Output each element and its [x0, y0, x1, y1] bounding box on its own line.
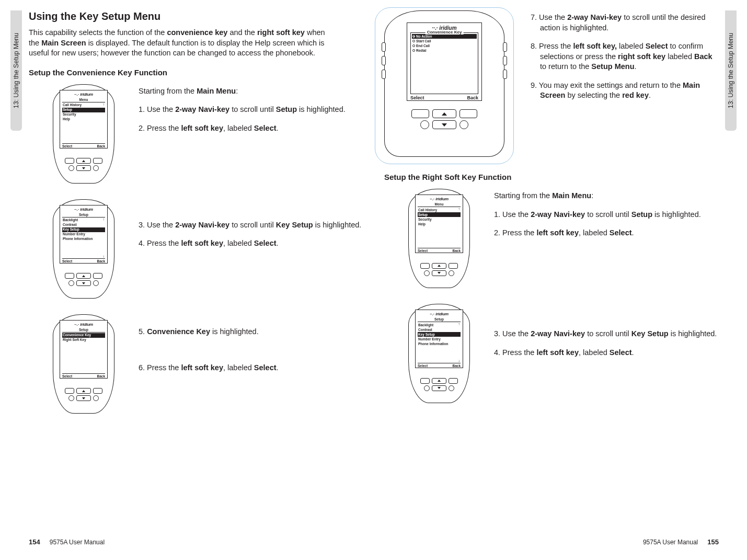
menu-item: Security — [62, 112, 105, 117]
scroll-up-icon: ↑ — [458, 322, 461, 326]
step-8: 8. Press the left soft key, labeled Sele… — [531, 41, 719, 72]
radio-option: End Call — [412, 43, 477, 48]
step-7: 7. Use the 2-way Navi-key to scroll unti… — [531, 13, 719, 33]
menu-item-selected: Key Setup — [418, 332, 461, 337]
step-1: 1. Use the 2-way Navi-key to scroll unti… — [139, 105, 363, 115]
scroll-up-icon: ↑ — [103, 218, 105, 221]
step-2: 2. Press the left soft key, labeled Sele… — [139, 123, 363, 134]
phone-illustration: iridium Setup ↑ Backlight Contrast Key S… — [408, 304, 470, 403]
softkey-left: Select — [62, 374, 72, 378]
softkey-right: Back — [97, 374, 105, 378]
menu-title: Setup — [62, 328, 105, 332]
softkey-left: Select — [418, 249, 428, 253]
radio-option: Redial — [412, 48, 477, 53]
menu-item-selected: Convenience Key — [62, 333, 105, 338]
step-row-1: iridium Menu ↑ Call History Setup Securi… — [29, 84, 363, 184]
menu-title: Menu — [62, 98, 105, 101]
softkey-right: Back — [97, 259, 105, 263]
step-r2: 2. Press the left soft key, labeled Sele… — [494, 228, 719, 238]
menu-item: Call History — [62, 103, 105, 108]
brand-label: iridium — [62, 207, 105, 212]
softkey-left: Select — [62, 144, 72, 148]
menu-title: Convenience Key — [426, 30, 464, 35]
menu-title: Menu — [418, 202, 461, 206]
step-r4: 4. Press the left soft key, labeled Sele… — [494, 348, 719, 358]
step-r1: 1. Use the 2-way Navi-key to scroll unti… — [494, 210, 719, 220]
menu-item: Contrast — [62, 223, 105, 227]
step-row-r1: iridium Menu ↑ Call History Setup Securi… — [384, 189, 719, 288]
menu-item: Help — [418, 222, 461, 226]
footer-doc-title: 9575A User Manual — [643, 539, 698, 546]
softkey-right: Back — [452, 249, 461, 253]
page-number: 155 — [707, 538, 719, 546]
menu-item: Phone Information — [62, 237, 105, 242]
brand-label: iridium — [418, 197, 461, 201]
step-3: 3. Use the 2-way Navi-key to scroll unti… — [139, 220, 363, 231]
step-row-r2: iridium Setup ↑ Backlight Contrast Key S… — [384, 304, 719, 403]
menu-item: Help — [62, 117, 105, 122]
step-row-big: iridium Convenience Key No Action Start … — [384, 10, 719, 157]
menu-item-selected: Setup — [62, 108, 105, 112]
scroll-up-icon: ↑ — [458, 207, 461, 211]
lead-text-r: Starting from the Main Menu: — [494, 191, 719, 201]
softkey-right: Back — [452, 364, 461, 368]
menu-title: Setup — [418, 317, 461, 321]
menu-item: Backlight — [418, 323, 461, 327]
page-footer-left: 154 9575A User Manual — [29, 538, 105, 546]
subheading-right-soft-key: Setup the Right Soft Key Function — [384, 173, 719, 181]
side-tab-right: 13: Using the Setup Menu — [725, 10, 737, 131]
phone-illustration: iridium Menu ↑ Call History Setup Securi… — [408, 189, 470, 288]
softkey-left: Select — [410, 95, 424, 100]
step-row-2: iridium Setup ↑ Backlight Contrast Key S… — [29, 199, 363, 299]
menu-item: Call History — [418, 208, 461, 212]
step-row-3: iridium Setup Convenience Key Right Soft… — [29, 314, 363, 414]
brand-label: iridium — [62, 92, 105, 97]
page-title: Using the Key Setup Menu — [29, 10, 363, 22]
softkey-left: Select — [62, 259, 72, 263]
menu-item: Number Entry — [418, 337, 461, 341]
phone-illustration: iridium Setup Convenience Key Right Soft… — [53, 314, 114, 414]
page-number: 154 — [29, 538, 40, 546]
phone-illustration: iridium Setup ↑ Backlight Contrast Key S… — [53, 199, 114, 299]
step-9: 9. You may exit the settings and return … — [531, 81, 719, 101]
scroll-down-icon: ↓ — [458, 359, 461, 362]
phone-keypad — [406, 109, 483, 129]
phone-screen: iridium Convenience Key No Action Start … — [407, 22, 482, 101]
footer-doc-title: 9575A User Manual — [50, 539, 105, 546]
menu-item: Backlight — [62, 218, 105, 223]
page-right: iridium Convenience Key No Action Start … — [384, 10, 719, 549]
page-footer-right: 9575A User Manual 155 — [643, 538, 719, 546]
step-4: 4. Press the left soft key, labeled Sele… — [139, 238, 363, 249]
softkey-right: Back — [97, 144, 105, 148]
menu-item: Contrast — [418, 327, 461, 332]
step-5: 5. Convenience Key is highlighted. — [139, 327, 363, 337]
scroll-up-icon: ↑ — [103, 102, 105, 106]
radio-option: Start Call — [412, 39, 477, 43]
page-left: Using the Key Setup Menu This capability… — [29, 10, 363, 549]
scroll-down-icon: ↓ — [103, 254, 105, 258]
phone-illustration-large: iridium Convenience Key No Action Start … — [384, 10, 504, 157]
phone-illustration: iridium Menu ↑ Call History Setup Securi… — [53, 84, 114, 184]
side-tab-left: 13: Using the Setup Menu — [10, 10, 22, 131]
menu-item: Right Soft Key — [62, 338, 105, 342]
menu-item-selected: Key Setup — [62, 227, 105, 232]
phone-keypad — [61, 153, 107, 177]
radio-option-selected: No Action — [412, 34, 477, 39]
intro-paragraph: This capability selects the function of … — [29, 28, 337, 59]
menu-item: Phone Information — [418, 341, 461, 346]
softkey-left: Select — [418, 364, 428, 368]
step-r3: 3. Use the 2-way Navi-key to scroll unti… — [494, 329, 719, 339]
lead-text: Starting from the Main Menu: — [139, 86, 363, 97]
step-6: 6. Press the left soft key, labeled Sele… — [139, 363, 363, 373]
softkey-right: Back — [467, 95, 478, 100]
menu-item: Security — [418, 217, 461, 222]
menu-item: Number Entry — [62, 232, 105, 237]
subheading-convenience-key: Setup the Convenience Key Function — [29, 68, 363, 77]
phone-screen: iridium Menu ↑ Call History Setup Securi… — [60, 90, 108, 148]
brand-label: iridium — [418, 312, 461, 316]
brand-label: iridium — [62, 322, 105, 327]
menu-title: Setup — [62, 213, 105, 216]
menu-item-selected: Setup — [418, 212, 461, 217]
